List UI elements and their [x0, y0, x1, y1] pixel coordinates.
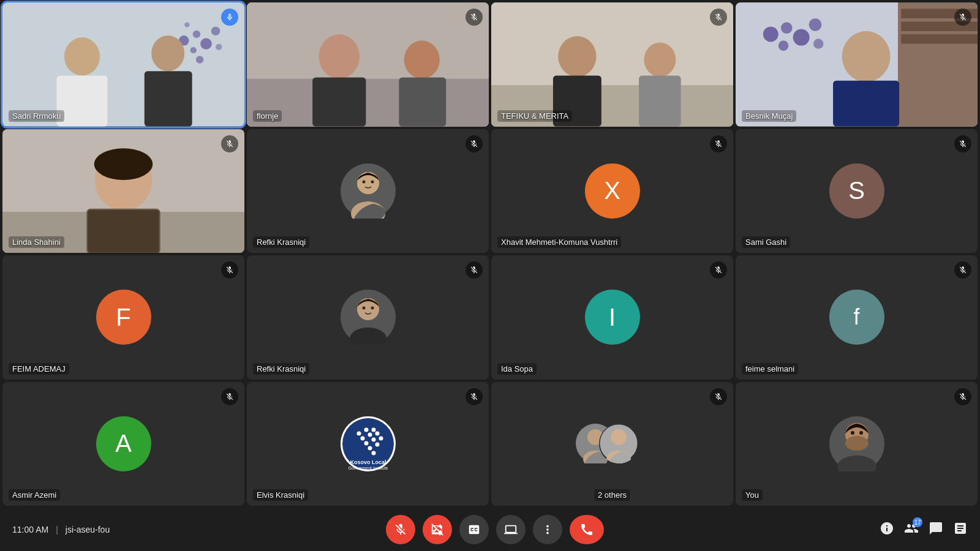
- ida-name: Ida Sopa: [497, 363, 537, 375]
- tile-feim[interactable]: F FEIM ADEMAJ: [2, 255, 244, 380]
- feime-mic-icon: [954, 261, 971, 279]
- tile-refki2[interactable]: Refki Krasniqi: [247, 255, 489, 380]
- svg-point-3: [193, 31, 200, 38]
- video-grid: Sadri Rrmoku flornje: [0, 0, 980, 508]
- svg-point-39: [842, 31, 891, 82]
- feim-name: FEIM ADEMAJ: [9, 363, 69, 375]
- svg-point-56: [357, 298, 379, 320]
- svg-point-66: [360, 436, 364, 440]
- svg-point-8: [196, 56, 203, 63]
- svg-point-68: [375, 431, 379, 435]
- florije-mic-icon: [466, 9, 483, 26]
- meeting-id: jsi-aseu-fou: [66, 525, 110, 534]
- info-button[interactable]: [880, 521, 894, 538]
- sidebar-controls: 17: [880, 521, 968, 538]
- present-button[interactable]: [496, 515, 526, 544]
- others-label: 2 others: [594, 489, 630, 501]
- svg-point-47: [94, 148, 153, 180]
- florije-name: flornje: [253, 110, 282, 122]
- svg-rect-20: [399, 78, 446, 127]
- xhavit-avatar: X: [585, 163, 640, 219]
- tile-sadri[interactable]: Sadri Rrmoku: [2, 2, 244, 127]
- refki1-name: Refki Krasniqi: [253, 236, 309, 248]
- meeting-info: 11:00 AM | jsi-aseu-fou: [12, 525, 110, 534]
- tile-others[interactable]: 2 others: [491, 382, 733, 506]
- others-avatars: [576, 424, 649, 463]
- svg-point-36: [793, 29, 810, 46]
- refki2-name: Refki Krasniqi: [253, 363, 309, 375]
- svg-point-89: [859, 431, 863, 435]
- captions-button[interactable]: [459, 515, 489, 544]
- participant-count-badge: 17: [913, 517, 922, 527]
- svg-point-72: [368, 446, 372, 450]
- svg-point-38: [813, 39, 824, 49]
- svg-rect-16: [247, 79, 489, 127]
- svg-point-71: [379, 436, 383, 440]
- meeting-time: 11:00 AM: [12, 525, 48, 534]
- svg-rect-32: [901, 34, 978, 44]
- besnik-name: Besnik Muçaj: [742, 110, 796, 122]
- svg-point-9: [184, 22, 189, 27]
- sami-mic-icon: [954, 135, 971, 152]
- tile-elvis[interactable]: Kosovo Local Government Institute Elvis …: [247, 382, 489, 506]
- svg-point-65: [371, 427, 375, 432]
- linda-mic-icon: [221, 135, 238, 152]
- asmir-name: Asmir Azemi: [9, 489, 60, 501]
- end-call-button[interactable]: [570, 515, 604, 544]
- tile-sami[interactable]: S Sami Gashi: [736, 129, 978, 253]
- tile-florije[interactable]: flornje: [247, 2, 489, 127]
- video-button[interactable]: [423, 515, 452, 544]
- svg-point-4: [190, 47, 197, 53]
- svg-rect-13: [145, 71, 192, 126]
- elvis-logo: Kosovo Local Government Institute: [341, 416, 396, 471]
- svg-point-74: [371, 451, 375, 455]
- sami-name: Sami Gashi: [742, 236, 790, 248]
- svg-point-52: [357, 172, 379, 194]
- refki2-avatar: [341, 290, 396, 345]
- sadri-mic-icon: [221, 9, 238, 26]
- mute-button[interactable]: [386, 515, 415, 544]
- svg-text:Kosovo Local: Kosovo Local: [350, 459, 386, 465]
- svg-point-35: [778, 40, 789, 51]
- svg-point-17: [319, 34, 360, 79]
- sadri-name: Sadri Rrmoku: [9, 110, 64, 122]
- sami-avatar: S: [829, 163, 884, 219]
- feim-mic-icon: [221, 261, 238, 279]
- activities-button[interactable]: [953, 521, 968, 538]
- tile-you[interactable]: You: [736, 382, 978, 506]
- svg-point-73: [375, 442, 379, 446]
- svg-rect-18: [312, 78, 366, 127]
- you-label: You: [742, 489, 763, 501]
- chat-button[interactable]: [929, 521, 943, 538]
- svg-point-82: [611, 429, 627, 445]
- svg-rect-1: [2, 2, 244, 127]
- besnik-mic-icon: [954, 9, 971, 26]
- tile-besnik[interactable]: Besnik Muçaj: [736, 2, 978, 127]
- controls: [386, 515, 604, 544]
- tile-ida[interactable]: I Ida Sopa: [491, 255, 733, 380]
- people-button[interactable]: 17: [904, 521, 919, 538]
- ida-mic-icon: [710, 261, 727, 279]
- svg-text:Government Institute: Government Institute: [348, 466, 388, 470]
- tile-asmir[interactable]: A Asmir Azemi: [2, 382, 244, 506]
- svg-point-19: [404, 40, 440, 78]
- tile-linda[interactable]: Linda Shahini: [2, 129, 244, 253]
- xhavit-name: Xhavit Mehmeti-Komuna Vushtrri: [497, 236, 621, 248]
- svg-point-53: [362, 180, 365, 183]
- linda-name: Linda Shahini: [9, 236, 64, 248]
- svg-point-63: [356, 431, 361, 435]
- tile-refki1[interactable]: Refki Krasniqi: [247, 129, 489, 253]
- bottom-bar: 11:00 AM | jsi-aseu-fou: [0, 508, 980, 551]
- asmir-avatar: A: [96, 416, 151, 471]
- ida-avatar: I: [585, 290, 640, 345]
- svg-rect-27: [639, 75, 681, 126]
- tile-tefiku[interactable]: TEFIKU & MERITA: [491, 2, 733, 127]
- svg-point-7: [216, 44, 222, 50]
- tile-feime[interactable]: f feime selmani: [736, 255, 978, 380]
- svg-point-33: [763, 26, 778, 42]
- more-options-button[interactable]: [533, 515, 562, 544]
- tile-xhavit[interactable]: X Xhavit Mehmeti-Komuna Vushtrri: [491, 129, 733, 253]
- feime-avatar: f: [829, 290, 884, 345]
- svg-point-5: [200, 38, 212, 50]
- svg-point-6: [211, 26, 221, 36]
